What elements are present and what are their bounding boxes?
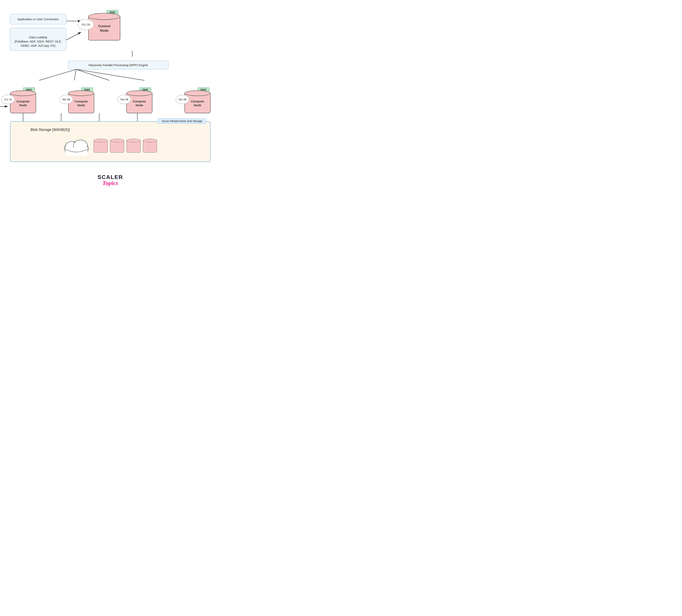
- data-loading-label: Data Loading(PolyBase, ADF, SSIS, REST, …: [15, 35, 62, 47]
- svg-line-6: [76, 69, 109, 80]
- control-sql-db-bubble: SQL DB: [78, 19, 94, 30]
- compute4-sql-bubble: SQL DB: [176, 95, 189, 104]
- mini-cyl3-body: [127, 141, 141, 152]
- control-node-cylinder: SQL DB ControlNode: [88, 13, 120, 41]
- blob-cylinder-1: [94, 139, 108, 152]
- svg-line-5: [74, 69, 76, 80]
- compute4-sql-label: SQL DB: [179, 98, 186, 101]
- compute2-cylinder: SQL DB ComputeNode: [68, 90, 94, 113]
- compute2-label: ComputeNode: [75, 99, 88, 107]
- blob-storage-text: Blob Storage [WASB(S)]: [30, 128, 70, 132]
- mini-cyl1-body: [94, 141, 108, 152]
- control-sql-label: SQL DB: [82, 23, 90, 26]
- compute1-sql-label: SQL DB: [4, 98, 12, 101]
- azure-infrastructure-section: Azure Infrastructure and Storage Blob St…: [10, 121, 210, 162]
- compute3-sql-label: SQL DB: [120, 98, 128, 101]
- input-boxes: Application or User Connection Data Load…: [10, 14, 66, 51]
- compute-node-3: DMS SQL DB ComputeNode: [126, 88, 153, 113]
- compute3-cyl-body: ComputeNode: [126, 93, 153, 113]
- compute2-cyl-top: [68, 90, 94, 96]
- control-cylinder-body: ControlNode: [88, 17, 120, 41]
- data-loading-box: Data Loading(PolyBase, ADF, SSIS, REST, …: [10, 28, 66, 51]
- compute3-label: ComputeNode: [133, 99, 146, 107]
- app-connection-box: Application or User Connection: [10, 14, 66, 24]
- scaler-logo: SCALER Topics: [10, 174, 210, 186]
- compute3-sql-bubble: SQL DB: [117, 95, 131, 104]
- cloud-icon: [62, 136, 90, 156]
- ctrl-to-mpp-line: [132, 51, 133, 57]
- mpp-engine-box: Massively Parallel Processing (MPP) Engi…: [68, 61, 168, 69]
- topics-brand-text: Topics: [10, 180, 210, 186]
- blob-storage-label: Blob Storage [WASB(S)]: [30, 128, 70, 132]
- mini-cyl3-top: [127, 139, 141, 142]
- compute4-label: ComputeNode: [191, 99, 204, 107]
- azure-content: Blob Storage [WASB(S)]: [10, 122, 210, 162]
- compute-nodes-row: DMS SQL DB ComputeNode DMS SQL DB: [10, 88, 210, 113]
- compute1-cyl-top: [10, 90, 36, 96]
- compute-node-1: DMS SQL DB ComputeNode: [10, 88, 36, 113]
- compute4-cyl-body: ComputeNode: [184, 93, 210, 113]
- blob-cylinder-2: [110, 139, 124, 152]
- svg-line-1: [66, 32, 81, 40]
- azure-section-label-text: Azure Infrastructure and Storage: [162, 119, 202, 123]
- control-cylinder-top: [88, 13, 120, 20]
- compute2-sql-label: SQL DB: [62, 98, 70, 101]
- compute1-cylinder: SQL DB ComputeNode: [10, 90, 36, 113]
- compute-node-4: DMS SQL DB ComputeNode: [184, 88, 210, 113]
- mpp-engine-label: Massively Parallel Processing (MPP) Engi…: [89, 63, 148, 67]
- mini-cyl2-body: [110, 141, 124, 152]
- compute1-label: ComputeNode: [17, 99, 30, 107]
- compute1-sql-bubble: SQL DB: [1, 95, 15, 104]
- blob-visual: [62, 136, 158, 156]
- azure-infrastructure-label: Azure Infrastructure and Storage: [158, 118, 206, 124]
- compute2-sql-bubble: SQL DB: [59, 95, 73, 104]
- mpp-to-compute-lines: [26, 69, 207, 81]
- compute3-cyl-top: [126, 90, 153, 96]
- compute-node-2: DMS SQL DB ComputeNode: [68, 88, 94, 113]
- diagram-container: Application or User Connection Data Load…: [10, 8, 210, 186]
- control-node-label: ControlNode: [98, 24, 110, 33]
- svg-line-4: [39, 69, 76, 80]
- blob-cylinder-3: [127, 139, 141, 152]
- compute2-cyl-body: ComputeNode: [68, 93, 94, 113]
- compute4-cylinder: SQL DB ComputeNode: [184, 90, 210, 113]
- compute3-cylinder: SQL DB ComputeNode: [126, 90, 153, 113]
- mini-cyl2-top: [110, 139, 124, 142]
- app-connection-label: Application or User Connection: [18, 18, 59, 21]
- svg-line-7: [76, 69, 144, 80]
- mini-cyl4-body: [143, 141, 157, 152]
- mini-cyl1-top: [94, 139, 108, 142]
- control-node-wrap: DMS SQL DB ControlNode: [88, 10, 120, 41]
- input-to-compute-arrow: [0, 103, 10, 110]
- mini-cyl4-top: [143, 139, 157, 142]
- compute1-cyl-body: ComputeNode: [10, 93, 36, 113]
- blob-cylinder-4: [143, 139, 157, 152]
- compute4-cyl-top: [184, 90, 210, 96]
